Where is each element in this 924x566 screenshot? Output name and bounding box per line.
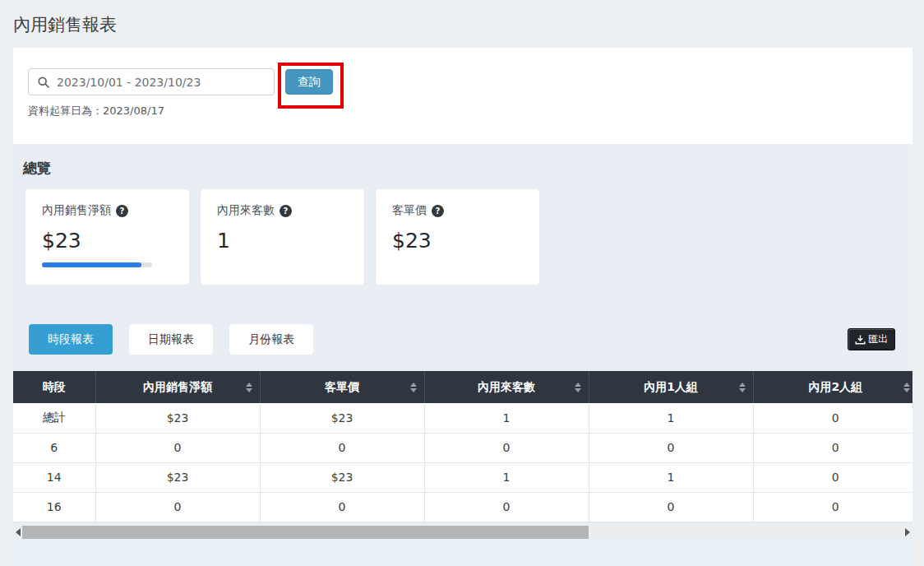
overview-cards: 內用銷售淨額 ? $23 內用來客數 ? 1 客單價 ? xyxy=(25,188,912,285)
tab-hourly-report[interactable]: 時段報表 xyxy=(29,324,113,355)
cell: 1 xyxy=(424,403,589,433)
download-icon xyxy=(855,335,866,345)
help-icon[interactable]: ? xyxy=(432,205,444,217)
report-table-wrap: 時段 內用銷售淨額 客單價 內用來客數 xyxy=(13,371,912,522)
cell: 0 xyxy=(260,492,424,522)
sort-icon[interactable] xyxy=(575,383,581,392)
overview-heading: 總覽 xyxy=(23,160,912,176)
cell: $23 xyxy=(95,403,260,433)
filter-row: 2023/10/01 - 2023/10/23 查詢 xyxy=(28,68,898,95)
card-avg-ticket-value: $23 xyxy=(392,229,523,253)
sort-icon[interactable] xyxy=(246,383,252,392)
scroll-left-icon[interactable] xyxy=(16,528,21,536)
net-sales-progress-track xyxy=(42,262,152,267)
cell: 1 xyxy=(424,462,589,492)
table-row: 6 0 0 0 0 0 xyxy=(13,433,912,462)
cell: 0 xyxy=(424,492,589,522)
cell: 1 xyxy=(589,462,753,492)
help-icon[interactable]: ? xyxy=(116,205,128,217)
table-header-row: 時段 內用銷售淨額 客單價 內用來客數 xyxy=(13,371,912,403)
tab-monthly-report[interactable]: 月份報表 xyxy=(229,324,313,355)
filter-panel: 2023/10/01 - 2023/10/23 查詢 資料起算日為：2023/0… xyxy=(13,48,912,144)
col-header-timeslot: 時段 xyxy=(13,371,95,403)
col-header-party-of-1[interactable]: 內用1人組 xyxy=(589,371,753,403)
export-label: 匯出 xyxy=(868,332,888,346)
net-sales-progress-fill xyxy=(42,262,141,267)
card-guest-count-label: 內用來客數 xyxy=(217,203,275,218)
cell: 16 xyxy=(13,492,95,522)
hourly-report-table: 時段 內用銷售淨額 客單價 內用來客數 xyxy=(13,371,912,522)
scrollbar-thumb[interactable] xyxy=(22,526,589,539)
query-button[interactable]: 查詢 xyxy=(285,69,333,95)
sort-icon[interactable] xyxy=(410,383,417,392)
horizontal-scrollbar[interactable] xyxy=(13,526,912,539)
cell: 0 xyxy=(589,433,753,462)
cell: 0 xyxy=(753,403,912,433)
cell: 0 xyxy=(95,492,260,522)
tab-daily-report[interactable]: 日期報表 xyxy=(129,324,213,355)
cell: 0 xyxy=(424,433,589,462)
report-section: 總覽 內用銷售淨額 ? $23 內用來客數 ? 1 xyxy=(13,144,912,566)
data-start-note: 資料起算日為：2023/08/17 xyxy=(28,104,898,118)
table-row: 總計 $23 $23 1 1 0 xyxy=(13,403,912,433)
cell: 14 xyxy=(13,462,95,492)
col-header-party-of-2[interactable]: 內用2人組 xyxy=(753,371,912,403)
table-row: 16 0 0 0 0 0 xyxy=(13,492,912,522)
card-net-sales-value: $23 xyxy=(42,229,173,253)
cell: 0 xyxy=(260,433,424,462)
card-net-sales: 內用銷售淨額 ? $23 xyxy=(25,188,190,285)
cell: 0 xyxy=(753,433,912,462)
page-title: 內用銷售報表 xyxy=(0,0,924,48)
date-range-input[interactable]: 2023/10/01 - 2023/10/23 xyxy=(28,68,275,95)
card-avg-ticket: 客單價 ? $23 xyxy=(375,188,540,285)
cell: $23 xyxy=(260,462,424,492)
card-avg-ticket-label: 客單價 xyxy=(392,203,427,218)
sort-icon[interactable] xyxy=(903,383,910,392)
scroll-right-icon[interactable] xyxy=(905,528,910,536)
card-net-sales-label: 內用銷售淨額 xyxy=(42,203,111,218)
cell: 0 xyxy=(589,492,753,522)
cell: $23 xyxy=(260,403,424,433)
cell: 0 xyxy=(753,492,912,522)
export-button[interactable]: 匯出 xyxy=(848,328,895,350)
help-icon[interactable]: ? xyxy=(280,205,292,217)
cell: 1 xyxy=(589,403,753,433)
table-row: 14 $23 $23 1 1 0 xyxy=(13,462,912,492)
search-icon xyxy=(38,77,49,88)
date-range-value: 2023/10/01 - 2023/10/23 xyxy=(57,76,201,89)
card-guest-count-value: 1 xyxy=(217,229,348,253)
col-header-net-sales[interactable]: 內用銷售淨額 xyxy=(95,371,260,403)
report-tabs-row: 時段報表 日期報表 月份報表 匯出 xyxy=(16,324,912,355)
cell: 6 xyxy=(13,433,95,462)
col-header-guest-count[interactable]: 內用來客數 xyxy=(424,371,589,403)
sort-icon[interactable] xyxy=(739,383,746,392)
cell: $23 xyxy=(95,462,260,492)
cell: 0 xyxy=(95,433,260,462)
card-guest-count: 內用來客數 ? 1 xyxy=(200,188,365,285)
cell: 0 xyxy=(753,462,912,492)
cell: 總計 xyxy=(13,403,95,433)
bottom-strip xyxy=(13,539,912,566)
col-header-avg-ticket[interactable]: 客單價 xyxy=(260,371,424,403)
